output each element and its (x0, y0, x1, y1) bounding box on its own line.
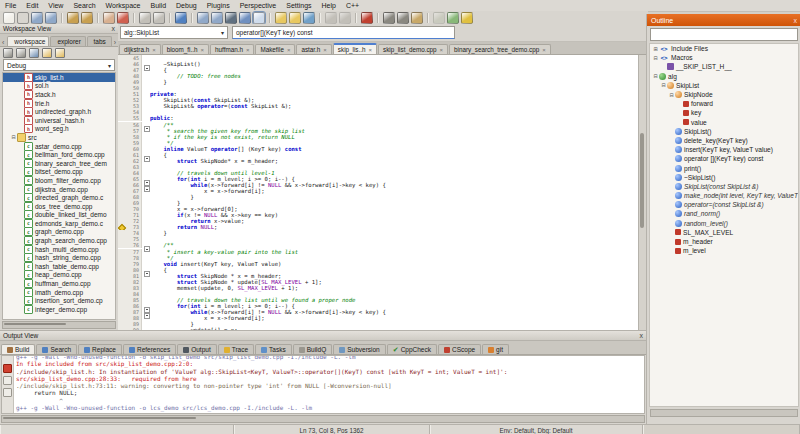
tree-item-src[interactable]: ⊟src (3, 133, 115, 142)
tree-item-word-seg-h[interactable]: hword_seg.h (3, 125, 115, 134)
menu-workspace[interactable]: Workspace (101, 2, 146, 9)
outline-item-Include-Files[interactable]: ⊞<>Include Files (650, 44, 798, 53)
expander-icon[interactable]: ⊟ (652, 55, 659, 61)
output-tab-buildq[interactable]: BuildQ (293, 344, 333, 354)
expander-icon[interactable]: ⊞ (652, 46, 659, 52)
expander-icon[interactable]: ⊟ (10, 134, 17, 140)
run-icon[interactable] (447, 12, 459, 24)
outline-item-m-level[interactable]: m_level (650, 246, 798, 255)
outline-item-key[interactable]: key (650, 108, 798, 117)
output-tab-cppcheck[interactable]: ✔CppCheck (387, 344, 437, 354)
build-config-select[interactable]: Debug ▾ (3, 59, 115, 71)
tree-item-dijkstra-demo-cpp[interactable]: cdijkstra_demo.cpp (3, 185, 115, 194)
tree-item-graph-search-demo-cpp[interactable]: cgraph_search_demo.cpp (3, 236, 115, 245)
tree-item-dos-tree-demo-cpp[interactable]: cdos_tree_demo.cpp (3, 202, 115, 211)
expander-icon[interactable]: ⊟ (660, 82, 667, 88)
scope-select[interactable]: alg::SkipList ▾ (120, 26, 228, 39)
tab-close-icon[interactable]: × (246, 47, 250, 53)
menu-cpp[interactable]: C++ (341, 2, 364, 9)
menu-help[interactable]: Help (317, 2, 341, 9)
editor-tab-binary-search-tree-demo-cpp[interactable]: binary_search_tree_demo.cpp× (449, 44, 551, 54)
new-file-icon[interactable] (3, 12, 15, 24)
outline-item-SkipList-const-SkipList-[interactable]: SkipList(const SkipList &) (650, 182, 798, 191)
tree-item-bellman-ford-demo-cpp[interactable]: cbellman_ford_demo.cpp (3, 150, 115, 159)
tree-item-graph-demo-cpp[interactable]: cgraph_demo.cpp (3, 228, 115, 237)
menu-plugins[interactable]: Plugins (202, 2, 235, 9)
output-tab-search[interactable]: Search (36, 344, 77, 354)
output-close-icon[interactable]: x (640, 332, 644, 339)
redo-icon[interactable] (339, 12, 351, 24)
outline-item-operator-KeyT-key-const[interactable]: operator [](KeyT key) const (650, 154, 798, 163)
tab-scroll-left-icon[interactable]: ‹ (0, 39, 6, 46)
tab-close-icon[interactable]: × (369, 47, 373, 53)
find-replace-icon[interactable] (211, 12, 223, 24)
outline-hscrollbar[interactable] (650, 409, 798, 417)
tree-item-directed-graph-demo-c[interactable]: cdirected_graph_demo.c (3, 193, 115, 202)
find-icon[interactable] (197, 12, 209, 24)
outline-item--SKIP-LIST-H-[interactable]: __SKIP_LIST_H__ (650, 62, 798, 71)
stop-icon[interactable] (461, 12, 473, 24)
find-in-files-icon[interactable] (225, 12, 237, 24)
tab-close-icon[interactable]: × (201, 47, 205, 53)
cut-icon[interactable] (383, 12, 395, 24)
output-tab-cscope[interactable]: CScope (438, 344, 481, 354)
open-folder-icon[interactable] (289, 12, 301, 24)
menu-view[interactable]: View (43, 2, 68, 9)
tree-item-bitset-demo-cpp[interactable]: cbitset_demo.cpp (3, 168, 115, 177)
debugger-icon[interactable] (175, 12, 187, 24)
outline-close-icon[interactable]: x (794, 17, 798, 24)
menu-settings[interactable]: Settings (281, 2, 316, 9)
outline-item-delete-key-KeyT-key-[interactable]: delete_key(KeyT key) (650, 136, 798, 145)
workspace-hscrollbar[interactable] (2, 321, 116, 329)
tab-close-icon[interactable]: × (440, 47, 444, 53)
output-tab-git[interactable]: git (482, 344, 509, 354)
tree-item-astar-demo-cpp[interactable]: castar_demo.cpp (3, 142, 115, 151)
menu-debug[interactable]: Debug (171, 2, 202, 9)
expander-icon[interactable]: ⊟ (652, 73, 659, 79)
outline-item-Macros[interactable]: ⊟<>Macros (650, 53, 798, 62)
tree-item-integer-demo-cpp[interactable]: cinteger_demo.cpp (3, 305, 115, 314)
outline-search-input[interactable] (650, 28, 798, 41)
tree-item-hash-multi-demo-cpp[interactable]: chash_multi_demo.cpp (3, 245, 115, 254)
save-all-icon[interactable] (45, 12, 57, 24)
menu-search[interactable]: Search (68, 2, 100, 9)
close-file-icon[interactable] (361, 12, 373, 24)
paste-icon[interactable] (411, 12, 423, 24)
sidebar-tab-workspace[interactable]: workspace (7, 36, 49, 46)
folder-collapse-icon[interactable] (42, 48, 52, 58)
outline-item-forward[interactable]: forward (650, 99, 798, 108)
save-icon[interactable] (31, 12, 43, 24)
outline-item-value[interactable]: value (650, 118, 798, 127)
symbol-select[interactable]: operator[](KeyT key) const (232, 26, 455, 39)
undo-icon[interactable] (325, 12, 337, 24)
bookmark-icon[interactable] (253, 12, 265, 24)
tree-item-huffman-demo-cpp[interactable]: chuffman_demo.cpp (3, 279, 115, 288)
outline-item-SkipNode[interactable]: ⊟SkipNode (650, 90, 798, 99)
editor-tab-bloom-fi-h[interactable]: bloom_fi..h× (162, 44, 209, 54)
output-tab-replace[interactable]: Replace (78, 344, 122, 354)
menu-build[interactable]: Build (145, 2, 171, 9)
output-tab-references[interactable]: References (123, 344, 176, 354)
outline-item-m-header[interactable]: m_header (650, 237, 798, 246)
outline-item-make-node-int-level-KeyT-key-V[interactable]: make_node(int level, KeyT key, ValueT va… (650, 191, 798, 200)
tree-item-edmonds-karp-demo-c[interactable]: cedmonds_karp_demo.c (3, 219, 115, 228)
sidebar-tab-explorer[interactable]: explorer (50, 36, 85, 46)
outline-item--SkipList-[interactable]: ~SkipList() (650, 173, 798, 182)
menu-perspective[interactable]: Perspective (235, 2, 282, 9)
reload-all-icon[interactable] (81, 12, 93, 24)
outline-item-rand-norm-[interactable]: rand_norm() (650, 209, 798, 218)
tree-item-stack-h[interactable]: hstack.h (3, 90, 115, 99)
tree-item-hash-string-demo-cpp[interactable]: chash_string_demo.cpp (3, 253, 115, 262)
hold-output-icon[interactable] (3, 388, 12, 397)
menu-edit[interactable]: Edit (21, 2, 43, 9)
outline-item-SL-MAX-LEVEL[interactable]: SL_MAX_LEVEL (650, 228, 798, 237)
error-marker-icon[interactable] (3, 364, 12, 373)
output-tab-trace[interactable]: Trace (218, 344, 254, 354)
back-icon[interactable] (139, 12, 151, 24)
editor-tab-huffman-h[interactable]: huffman.h× (210, 44, 254, 54)
outline-item-insert-KeyT-key-ValueT-value-[interactable]: insert(KeyT key, ValueT value) (650, 145, 798, 154)
editor-tab-dijkstra-h[interactable]: dijkstra.h× (119, 44, 161, 54)
open-file-icon[interactable] (17, 12, 29, 24)
forward-icon[interactable] (153, 12, 165, 24)
output-tab-output[interactable]: Output (177, 344, 217, 354)
